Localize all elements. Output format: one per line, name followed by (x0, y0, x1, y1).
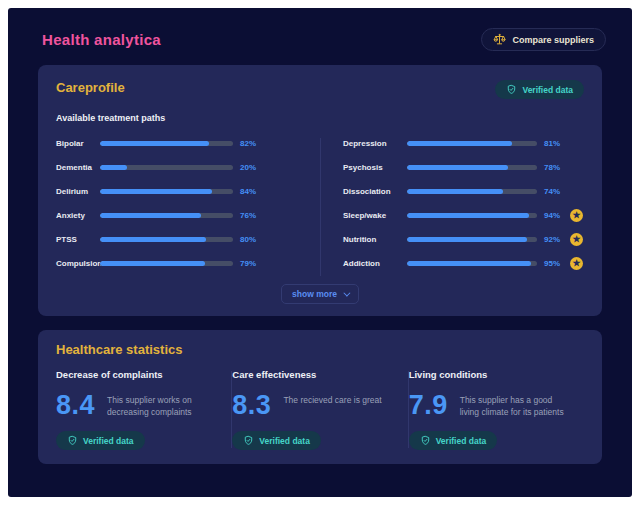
balance-scale-icon (493, 33, 506, 46)
treatment-row: Psychosis 78% (343, 160, 584, 174)
treatment-row: Nutrition 92% ★ (343, 232, 584, 246)
treatment-label: Depression (343, 139, 407, 148)
progress-bar (100, 189, 233, 194)
treatment-percent: 74% (544, 187, 570, 196)
treatment-percent: 79% (240, 259, 266, 268)
treatment-row: Delirium 84% (56, 184, 320, 198)
treatment-label: Delirium (56, 187, 100, 196)
stat-column-effectiveness: Care effectiveness 8.3 The recieved care… (232, 369, 407, 450)
treatment-label: Compulsion (56, 259, 100, 268)
verified-data-label: Verified data (83, 436, 134, 446)
header: Health analytica Compare suppliers (8, 8, 632, 65)
stat-description: This supplier works on decreasing compla… (107, 392, 219, 418)
chevron-down-icon (343, 289, 350, 296)
treatment-label: PTSS (56, 235, 100, 244)
treatment-column-right: Depression 81% Psychosis 78% Dissociatio… (321, 136, 584, 280)
verified-data-label: Verified data (522, 85, 573, 95)
treatment-label: Dissociation (343, 187, 407, 196)
page-title: Health analytica (42, 31, 161, 48)
progress-bar (100, 261, 233, 266)
treatment-percent: 82% (240, 139, 266, 148)
stat-heading: Decrease of complaints (56, 369, 219, 380)
treatment-label: Sleep/wake (343, 211, 407, 220)
stat-score: 8.3 (232, 392, 271, 418)
treatment-row: Anxiety 76% (56, 208, 320, 222)
progress-bar (407, 261, 537, 266)
verified-data-label: Verified data (259, 436, 310, 446)
treatment-percent: 81% (544, 139, 570, 148)
progress-bar (407, 237, 537, 242)
progress-bar (407, 141, 537, 146)
star-badge-icon: ★ (570, 257, 583, 270)
progress-bar (100, 237, 233, 242)
compare-suppliers-label: Compare suppliers (512, 35, 594, 45)
treatment-percent: 78% (544, 163, 570, 172)
stat-heading: Living conditions (409, 369, 572, 380)
treatment-label: Nutrition (343, 235, 407, 244)
shield-check-icon (506, 84, 517, 95)
treatment-percent: 92% (544, 235, 570, 244)
progress-bar (407, 189, 537, 194)
compare-suppliers-button[interactable]: Compare suppliers (481, 28, 606, 51)
stat-column-living: Living conditions 7.9 This supplier has … (409, 369, 584, 450)
stat-column-complaints: Decrease of complaints 8.4 This supplier… (56, 369, 231, 450)
treatment-row: Compulsion 79% (56, 256, 320, 270)
verified-data-badge[interactable]: Verified data (409, 431, 498, 450)
treatment-column-left: Bipolar 82% Dementia 20% Delirium 84% An… (56, 136, 320, 280)
verified-data-badge[interactable]: Verified data (56, 431, 145, 450)
show-more-label: show more (292, 289, 337, 299)
treatment-percent: 76% (240, 211, 266, 220)
show-more-button[interactable]: show more (281, 284, 359, 304)
treatment-row: Depression 81% (343, 136, 584, 150)
shield-check-icon (420, 435, 431, 446)
treatment-row: Bipolar 82% (56, 136, 320, 150)
stat-score: 8.4 (56, 392, 95, 418)
treatment-row: PTSS 80% (56, 232, 320, 246)
verified-data-badge[interactable]: Verified data (495, 80, 584, 99)
treatment-percent: 20% (240, 163, 266, 172)
treatment-row: Dissociation 74% (343, 184, 584, 198)
treatment-label: Addiction (343, 259, 407, 268)
treatment-row: Sleep/wake 94% ★ (343, 208, 584, 222)
shield-check-icon (67, 435, 78, 446)
careprofile-card: Careprofile Verified data Available trea… (38, 65, 602, 316)
stat-description: This supplier has a good living climate … (460, 392, 572, 418)
progress-bar (100, 213, 233, 218)
healthcare-statistics-card: Healthcare statistics Decrease of compla… (38, 330, 602, 464)
stat-score: 7.9 (409, 392, 448, 418)
star-badge-icon: ★ (570, 233, 583, 246)
treatment-row: Dementia 20% (56, 160, 320, 174)
treatment-label: Bipolar (56, 139, 100, 148)
app-background: Health analytica Compare suppliers Carep… (8, 8, 632, 497)
verified-data-label: Verified data (436, 436, 487, 446)
treatment-label: Dementia (56, 163, 100, 172)
treatment-label: Anxiety (56, 211, 100, 220)
star-badge-icon: ★ (570, 209, 583, 222)
treatment-percent: 84% (240, 187, 266, 196)
treatment-label: Psychosis (343, 163, 407, 172)
shield-check-icon (243, 435, 254, 446)
treatment-percent: 80% (240, 235, 266, 244)
treatment-percent: 95% (544, 259, 570, 268)
stat-description: The recieved care is great (283, 392, 381, 406)
stat-heading: Care effectiveness (232, 369, 395, 380)
careprofile-title: Careprofile (56, 80, 125, 95)
treatment-percent: 94% (544, 211, 570, 220)
verified-data-badge[interactable]: Verified data (232, 431, 321, 450)
healthcare-statistics-title: Healthcare statistics (56, 342, 584, 357)
progress-bar (100, 141, 233, 146)
progress-bar (100, 165, 233, 170)
progress-bar (407, 165, 537, 170)
treatment-paths-subtitle: Available treatment paths (56, 113, 584, 123)
progress-bar (407, 213, 537, 218)
treatment-row: Addiction 95% ★ (343, 256, 584, 270)
